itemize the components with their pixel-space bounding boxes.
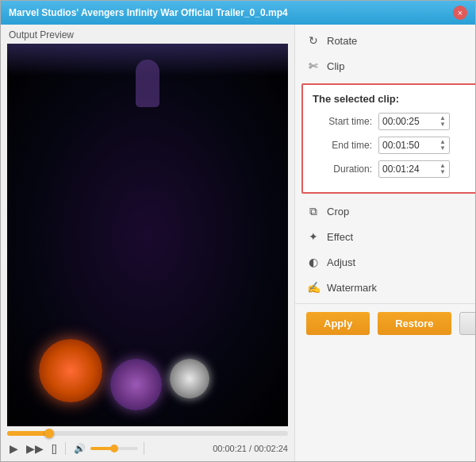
end-time-spinners: ▲ ▼: [440, 139, 446, 152]
end-time-value: 00:01:50: [382, 140, 420, 151]
seek-fill: [7, 431, 49, 436]
cancel-button[interactable]: Cancel: [459, 312, 475, 335]
loop-button[interactable]: []: [49, 441, 60, 456]
tools-list: ↻ Rotate ✄ Clip The selected clip: Start…: [295, 25, 475, 303]
start-time-label: Start time:: [313, 116, 372, 127]
start-time-field: Start time: 00:00:25 ▲ ▼: [313, 113, 475, 130]
crop-label: Crop: [327, 206, 349, 218]
seek-bar[interactable]: [7, 431, 288, 436]
end-time-down[interactable]: ▼: [440, 145, 446, 152]
end-time-field: End time: 00:01:50 ▲ ▼: [313, 137, 475, 154]
main-window: Marvel Studios' Avengers Infinity War Of…: [0, 0, 476, 462]
clip-section: The selected clip: Start time: 00:00:25 …: [301, 83, 475, 194]
current-time: 00:00:21: [213, 444, 247, 453]
content-area: Output Preview: [1, 25, 475, 461]
divider-1: [65, 442, 66, 455]
volume-slider[interactable]: [90, 447, 138, 450]
orb-2: [110, 359, 162, 410]
right-panel: ↻ Rotate ✄ Clip The selected clip: Start…: [294, 25, 475, 461]
rotate-tool[interactable]: ↻ Rotate: [295, 28, 475, 53]
adjust-label: Adjust: [327, 256, 355, 268]
clip-icon: ✄: [306, 59, 321, 73]
bottom-buttons: Apply Restore Cancel: [295, 303, 475, 343]
watermark-tool[interactable]: ✍ Watermark: [295, 275, 475, 300]
start-time-value: 00:00:25: [382, 116, 420, 127]
controls-area: ▶ ▶▶ [] 🔊 00:00:21 /: [1, 426, 294, 461]
rotate-icon: ↻: [306, 33, 321, 48]
start-time-input[interactable]: 00:00:25 ▲ ▼: [378, 113, 450, 130]
duration-value: 00:01:24: [382, 164, 420, 175]
time-display: 00:00:21 / 00:02:24: [213, 444, 288, 453]
effect-label: Effect: [327, 231, 353, 243]
apply-button[interactable]: Apply: [306, 312, 370, 335]
scene: [7, 44, 288, 426]
clip-section-title: The selected clip:: [313, 93, 475, 105]
duration-label: Duration:: [313, 164, 372, 175]
orb-3: [170, 359, 209, 398]
duration-input[interactable]: 00:01:24 ▲ ▼: [378, 160, 450, 178]
play-button[interactable]: ▶: [7, 441, 21, 456]
start-time-spinners: ▲ ▼: [440, 115, 446, 128]
volume-thumb[interactable]: [110, 445, 118, 452]
orb-1: [39, 339, 102, 402]
clip-label: Clip: [327, 60, 344, 72]
duration-down[interactable]: ▼: [440, 169, 446, 175]
volume-icon[interactable]: 🔊: [71, 441, 88, 456]
watermark-label: Watermark: [327, 282, 377, 294]
close-button[interactable]: ×: [453, 6, 467, 20]
title-bar: Marvel Studios' Avengers Infinity War Of…: [1, 1, 475, 25]
adjust-icon: ◐: [306, 255, 321, 269]
rotate-label: Rotate: [327, 35, 357, 47]
end-time-input[interactable]: 00:01:50 ▲ ▼: [378, 137, 450, 154]
seek-thumb[interactable]: [44, 429, 54, 438]
effect-icon: ✦: [306, 229, 321, 244]
clip-tool[interactable]: ✄ Clip: [295, 53, 475, 79]
duration-field: Duration: 00:01:24 ▲ ▼: [313, 160, 475, 178]
watermark-icon: ✍: [306, 280, 321, 295]
output-preview-label: Output Preview: [1, 25, 294, 44]
start-time-down[interactable]: ▼: [440, 121, 446, 128]
video-area: [7, 44, 288, 426]
video-thumbnail: [7, 44, 288, 426]
effect-tool[interactable]: ✦ Effect: [295, 224, 475, 249]
left-panel: Output Preview: [1, 25, 294, 461]
crop-tool[interactable]: ⧉ Crop: [295, 198, 475, 224]
divider-2: [144, 442, 144, 455]
volume-area: 🔊: [71, 441, 138, 456]
crop-icon: ⧉: [306, 204, 321, 218]
scene-figure: [136, 60, 159, 107]
duration-spinners: ▲ ▼: [440, 163, 446, 175]
end-time-label: End time:: [313, 140, 372, 151]
restore-button[interactable]: Restore: [378, 312, 451, 335]
controls-row: ▶ ▶▶ [] 🔊 00:00:21 /: [7, 441, 288, 456]
window-title: Marvel Studios' Avengers Infinity War Of…: [9, 7, 288, 18]
adjust-tool[interactable]: ◐ Adjust: [295, 249, 475, 275]
step-forward-button[interactable]: ▶▶: [24, 441, 46, 456]
total-time: 00:02:24: [254, 444, 288, 453]
